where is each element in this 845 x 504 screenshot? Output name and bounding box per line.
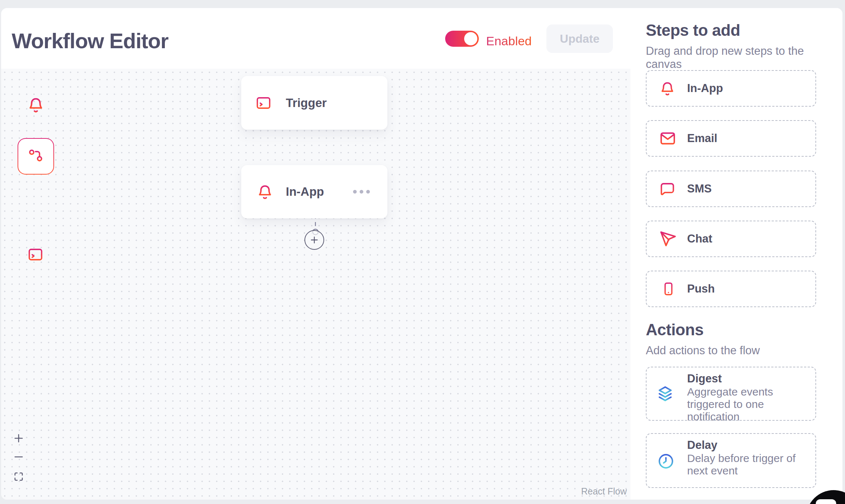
zoom-out-button[interactable]: [14, 452, 23, 462]
step-label: In-App: [687, 82, 723, 95]
sidebar-item-trigger-snippet[interactable]: [27, 246, 44, 263]
step-card-email[interactable]: Email: [646, 120, 816, 157]
node-label: In-App: [286, 185, 324, 199]
action-card-delay[interactable]: Delay Delay before trigger of next event: [646, 433, 816, 488]
smartphone-icon: [660, 279, 677, 298]
clock-icon: [657, 452, 675, 470]
zoom-out-minus-icon: [14, 452, 23, 462]
step-label: SMS: [687, 182, 712, 195]
page-title: Workflow Editor: [12, 29, 168, 53]
steps-heading: Steps to add: [646, 21, 740, 39]
zoom-in-plus-icon: [14, 434, 23, 443]
action-card-digest[interactable]: Digest Aggregate events triggered to one…: [646, 367, 816, 421]
bell-icon: [26, 95, 45, 114]
sidebar-item-notifications[interactable]: [26, 95, 45, 114]
sidebar-item-workflow[interactable]: [18, 138, 54, 175]
node-in-app[interactable]: In-App: [241, 165, 387, 218]
update-button[interactable]: Update: [546, 24, 613, 53]
chat-widget-icon: [816, 499, 836, 504]
send-icon: [659, 230, 677, 248]
step-card-chat[interactable]: Chat: [646, 221, 816, 257]
sidebar-item-settings[interactable]: [26, 198, 45, 217]
node-label: Trigger: [286, 96, 327, 110]
action-description: Delay before trigger of next event: [687, 452, 808, 477]
action-title: Digest: [687, 372, 808, 386]
workflow-editor-window: Workflow Editor Enabled Update: [1, 8, 842, 500]
actions-heading: Actions: [646, 321, 704, 339]
fit-view-button[interactable]: [14, 472, 23, 481]
step-label: Chat: [687, 232, 712, 245]
terminal-icon: [255, 95, 272, 111]
sliders-icon: [26, 198, 45, 217]
toggle-label: Enabled: [486, 34, 532, 48]
toggle-knob: [464, 32, 477, 45]
step-label: Push: [687, 282, 715, 295]
steps-subheading: Drag and drop new steps to the canvas: [646, 45, 842, 71]
terminal-icon: [27, 246, 44, 263]
layers-icon: [656, 383, 675, 404]
add-step-button[interactable]: [304, 230, 324, 250]
react-flow-attribution[interactable]: React Flow: [581, 486, 627, 497]
actions-subheading: Add actions to the flow: [646, 344, 760, 357]
step-card-in-app[interactable]: In-App: [646, 70, 816, 107]
plus-icon: [309, 235, 319, 245]
zoom-in-button[interactable]: [14, 434, 23, 443]
bell-icon: [256, 182, 274, 202]
step-card-sms[interactable]: SMS: [646, 171, 816, 207]
workflow-icon: [27, 148, 45, 165]
enabled-toggle[interactable]: [445, 31, 479, 47]
bell-icon: [659, 79, 676, 98]
flow-canvas[interactable]: Trigger In-App: [1, 69, 630, 500]
step-label: Email: [687, 132, 717, 145]
action-title: Delay: [687, 438, 808, 452]
action-description: Aggregate events triggered to one notifi…: [687, 386, 808, 423]
chat-bubble-icon: [659, 180, 676, 198]
node-menu-ellipsis-icon[interactable]: [353, 190, 370, 194]
envelope-icon: [659, 129, 677, 148]
step-card-push[interactable]: Push: [646, 271, 816, 307]
node-trigger[interactable]: Trigger: [241, 76, 387, 130]
fit-view-icon: [14, 472, 23, 481]
steps-panel: Steps to add Drag and drop new steps to …: [630, 8, 842, 500]
